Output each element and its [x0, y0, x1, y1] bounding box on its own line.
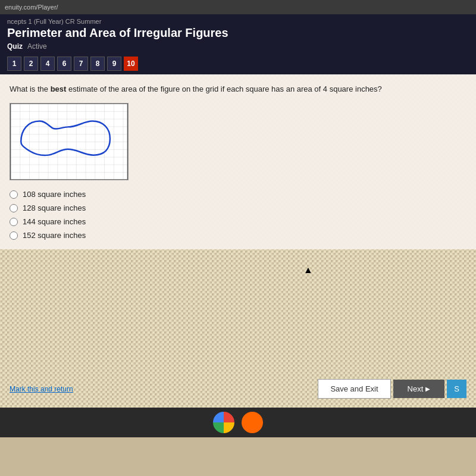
q-num-10[interactable]: 10 [124, 57, 138, 71]
radio-144[interactable] [10, 218, 18, 226]
choices-list: 108 square inches 128 square inches 144 … [10, 190, 466, 240]
chrome-icon[interactable] [213, 412, 234, 433]
radio-152[interactable] [10, 231, 18, 240]
header: ncepts 1 (Full Year) CR Summer Perimeter… [0, 14, 476, 53]
q-num-9[interactable]: 9 [107, 57, 121, 71]
q-num-2[interactable]: 2 [24, 57, 38, 71]
choice-108[interactable]: 108 square inches [10, 190, 466, 199]
course-name: ncepts 1 (Full Year) CR Summer [7, 18, 469, 25]
radio-108[interactable] [10, 190, 18, 199]
browser-url: enuity.com/Player/ [5, 4, 58, 11]
choice-128[interactable]: 128 square inches [10, 203, 466, 212]
radio-128[interactable] [10, 204, 18, 212]
choice-144[interactable]: 144 square inches [10, 217, 466, 226]
q-num-1[interactable]: 1 [7, 57, 21, 71]
question-text-before: What is the [10, 84, 51, 93]
question-text-after: estimate of the area of the figure on th… [66, 84, 381, 93]
figure-container [10, 103, 129, 180]
q-num-4[interactable]: 4 [40, 57, 55, 71]
browser-bar: enuity.com/Player/ [0, 0, 476, 14]
taskbar [0, 408, 476, 437]
quiz-label: Quiz [7, 42, 23, 51]
q-num-6[interactable]: 6 [57, 57, 71, 71]
q-num-8[interactable]: 8 [90, 57, 105, 71]
choice-128-label: 128 square inches [23, 203, 86, 212]
mark-return-link[interactable]: Mark this and return [10, 385, 73, 393]
choice-152-label: 152 square inches [23, 231, 86, 240]
quiz-status: Quiz Active [7, 42, 469, 51]
choice-144-label: 144 square inches [23, 217, 86, 226]
page-title: Perimeter and Area of Irregular Figures [7, 26, 469, 40]
choice-108-label: 108 square inches [23, 190, 86, 199]
side-button[interactable]: S [447, 380, 466, 398]
choice-152[interactable]: 152 square inches [10, 231, 466, 240]
question-bold: best [51, 84, 67, 93]
save-exit-button[interactable]: Save and Exit [318, 379, 390, 399]
action-buttons: Save and Exit Next S [318, 379, 466, 399]
status-label: Active [27, 42, 47, 51]
q-num-7[interactable]: 7 [74, 57, 88, 71]
question-text: What is the best estimate of the area of… [10, 84, 466, 95]
other-icon[interactable] [242, 412, 263, 433]
grid-figure [10, 104, 128, 180]
question-nav: 1 2 4 6 7 8 9 10 [0, 53, 476, 74]
content-card: What is the best estimate of the area of… [0, 74, 476, 249]
next-button[interactable]: Next [393, 380, 445, 398]
